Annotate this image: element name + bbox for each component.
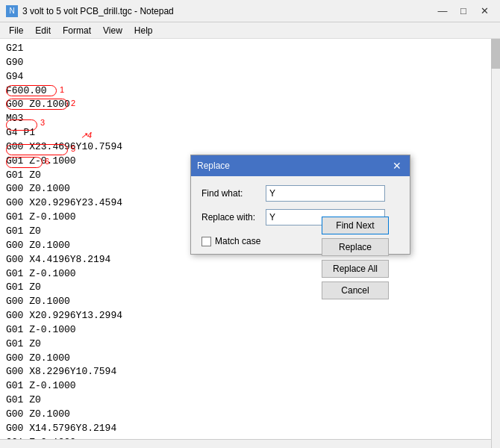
- match-case-checkbox[interactable]: [201, 237, 211, 246]
- annotation-3: 3: [40, 118, 45, 127]
- find-input[interactable]: [266, 185, 385, 202]
- cancel-button[interactable]: Cancel: [322, 281, 389, 299]
- close-button[interactable]: ✕: [475, 4, 494, 19]
- find-label: Find what:: [201, 188, 261, 199]
- titlebar: N 3 volt to 5 volt PCB_drill.tgc - Notep…: [0, 0, 500, 22]
- match-case-row: Match case: [201, 233, 317, 246]
- dialog-body: Find what: Replace with: Match case Find…: [191, 176, 410, 254]
- window-controls: — □ ✕: [433, 4, 494, 19]
- notepad-icon: N: [6, 5, 18, 17]
- scrollbar-vertical[interactable]: [491, 39, 500, 448]
- find-next-button[interactable]: Find Next: [322, 217, 389, 234]
- replace-label: Replace with:: [201, 212, 261, 223]
- dialog-close-button[interactable]: ✕: [390, 159, 404, 172]
- dialog-title: Replace: [197, 161, 230, 171]
- annotation-1: 1: [60, 85, 64, 94]
- replace-all-button[interactable]: Replace All: [322, 260, 389, 278]
- annotation-4: ↗4: [81, 131, 92, 140]
- scrollbar-horizontal[interactable]: [0, 439, 491, 448]
- find-row: Find what:: [201, 185, 317, 202]
- menu-view[interactable]: View: [97, 24, 128, 37]
- maximize-button[interactable]: □: [454, 4, 473, 19]
- annotation-5: 5: [71, 144, 75, 153]
- dialog-buttons: Find Next Replace Replace All Cancel: [322, 217, 389, 299]
- replace-button[interactable]: Replace: [322, 238, 389, 256]
- menubar: File Edit Format View Help: [0, 22, 500, 39]
- annotation-6: 6: [45, 157, 49, 166]
- menu-edit[interactable]: Edit: [29, 24, 57, 37]
- replace-dialog[interactable]: Replace ✕ Find what: Replace with: Mat: [190, 155, 410, 255]
- editor-area[interactable]: G21 G90 G94 F600.00 G00 Z0.1000 M03 G4 P…: [0, 39, 500, 448]
- replace-row: Replace with:: [201, 209, 317, 225]
- titlebar-left: N 3 volt to 5 volt PCB_drill.tgc - Notep…: [6, 5, 174, 17]
- minimize-button[interactable]: —: [433, 4, 452, 19]
- match-case-label: Match case: [215, 236, 260, 246]
- window-title: 3 volt to 5 volt PCB_drill.tgc - Notepad: [22, 6, 174, 16]
- menu-help[interactable]: Help: [128, 24, 159, 37]
- dialog-titlebar: Replace ✕: [191, 155, 410, 176]
- scrollbar-thumb[interactable]: [491, 39, 500, 69]
- menu-file[interactable]: File: [3, 24, 29, 37]
- menu-format[interactable]: Format: [57, 24, 97, 37]
- annotation-2: 2: [71, 99, 75, 108]
